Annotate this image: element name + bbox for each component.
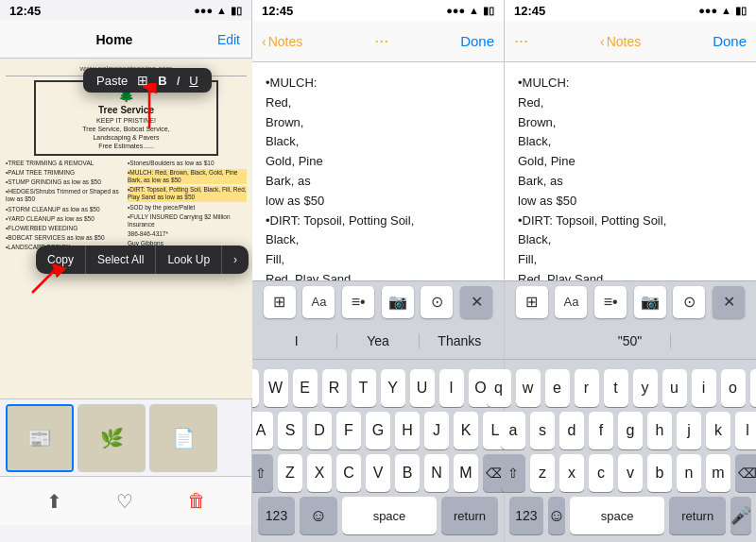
key-i[interactable]: i [692,369,716,407]
key-u[interactable]: u [662,369,687,407]
thumbnail-inner-2: 🌿 [78,405,145,471]
emoji-btn-left[interactable]: ☺ [300,497,337,534]
key-123-right[interactable]: 123 [509,497,543,534]
key-f[interactable]: f [589,412,613,449]
suggestion-1[interactable]: I [256,333,337,348]
key-b[interactable]: b [647,454,672,492]
key-q[interactable]: q [487,369,511,407]
key-g[interactable]: g [618,412,643,449]
key-D[interactable]: D [307,412,332,449]
table-icon-right[interactable]: ⊞ [516,286,548,318]
suggestion-2[interactable]: Yea [337,333,419,348]
key-J[interactable]: J [424,412,449,449]
notes-more-btn-right[interactable]: ··· [514,31,528,51]
notes-done-btn-right[interactable]: Done [713,33,747,49]
key-z[interactable]: z [530,454,555,492]
more-context-btn[interactable]: › [222,246,249,274]
key-R[interactable]: R [322,369,347,407]
key-K[interactable]: K [454,412,478,449]
key-o[interactable]: o [721,369,746,407]
key-Z[interactable]: Z [278,454,302,492]
key-p[interactable]: p [750,369,757,407]
key-C[interactable]: C [336,454,361,492]
heart-icon[interactable]: ♡ [116,490,133,513]
thumbnail-2[interactable]: 🌿 [77,404,146,472]
key-E[interactable]: E [293,369,318,407]
key-y[interactable]: y [633,369,658,407]
mic-btn-right[interactable]: 🎤 [730,497,751,534]
key-I[interactable]: I [439,369,464,407]
share-icon[interactable]: ⬆ [46,490,62,513]
underline-label[interactable]: U [189,74,198,88]
key-return-right[interactable]: return [669,497,726,534]
notes-back-btn-right[interactable]: ‹ Notes [600,34,641,49]
key-M[interactable]: M [454,454,478,492]
key-F[interactable]: F [336,412,361,449]
notes-content-left: •MULCH: Red, Brown, Black, Gold, Pine Ba… [252,62,504,280]
bullet-list-btn-right[interactable]: ≡• [594,286,627,318]
key-e[interactable]: e [545,369,570,407]
thumbnail-selected[interactable]: 📰 [6,404,74,472]
key-S[interactable]: S [278,412,302,449]
look-up-btn[interactable]: Look Up [156,246,222,274]
key-d[interactable]: d [559,412,584,449]
edit-button[interactable]: Edit [217,32,240,47]
close-keyboard-btn[interactable]: ✕ [460,286,492,318]
key-U[interactable]: U [410,369,435,407]
key-l[interactable]: l [735,412,756,449]
notes-done-btn-left[interactable]: Done [460,33,494,49]
key-x[interactable]: x [559,454,584,492]
key-w[interactable]: w [516,369,541,407]
key-V[interactable]: V [366,454,390,492]
select-all-btn[interactable]: Select All [86,246,156,274]
key-G[interactable]: G [366,412,390,449]
table-icon[interactable]: ⊞ [264,286,296,318]
format-btn-left[interactable]: ⊙ [421,286,453,318]
key-shift-right[interactable]: ⇧ [501,454,525,492]
key-delete-right[interactable]: ⌫ [735,454,756,492]
key-X[interactable]: X [307,454,332,492]
note-r-line-10: Fill, [518,250,743,270]
key-123-left[interactable]: 123 [258,497,295,534]
italic-label[interactable]: I [177,74,180,88]
notes-back-label-right[interactable]: Notes [607,34,642,49]
notes-more-btn-left[interactable]: ··· [374,31,388,51]
camera-btn-right[interactable]: 📷 [634,286,666,318]
key-n[interactable]: n [677,454,701,492]
notes-back-btn-left[interactable]: ‹ Notes [262,34,302,49]
key-j[interactable]: j [677,412,701,449]
paste-label[interactable]: Paste [96,74,128,88]
notes-back-label-left[interactable]: Notes [268,34,303,49]
key-W[interactable]: W [264,369,288,407]
key-h[interactable]: h [647,412,672,449]
key-T[interactable]: T [352,369,376,407]
key-k[interactable]: k [706,412,730,449]
key-B[interactable]: B [395,454,420,492]
trash-icon[interactable]: 🗑 [187,490,206,512]
emoji-btn-right[interactable]: ☺ [548,497,565,534]
key-return-left[interactable]: return [441,497,498,534]
bullet-list-btn[interactable]: ≡• [342,286,374,318]
key-s[interactable]: s [530,412,555,449]
format-btn-right[interactable]: ⊙ [673,286,705,318]
key-H[interactable]: H [395,412,420,449]
key-m[interactable]: m [706,454,730,492]
key-a[interactable]: a [501,412,525,449]
font-size-btn-right[interactable]: Aa [555,286,587,318]
kb-row-1-left: Q W E R T Y U I O P [256,369,500,407]
font-size-btn[interactable]: Aa [302,286,335,318]
key-t[interactable]: t [604,369,628,407]
key-c[interactable]: c [589,454,613,492]
suggestion-3[interactable]: Thanks [420,333,500,348]
battery-icon-2: ▮▯ [483,5,494,17]
key-space-left[interactable]: space [342,497,437,534]
key-r[interactable]: r [575,369,599,407]
thumbnail-3[interactable]: 📄 [149,404,217,472]
close-keyboard-btn-right[interactable]: ✕ [713,286,745,318]
key-N[interactable]: N [424,454,449,492]
key-Y[interactable]: Y [381,369,405,407]
key-v[interactable]: v [618,454,643,492]
suggestion-r-2[interactable]: "50" [590,333,671,348]
key-space-right[interactable]: space [570,497,664,534]
camera-btn[interactable]: 📷 [382,286,414,318]
